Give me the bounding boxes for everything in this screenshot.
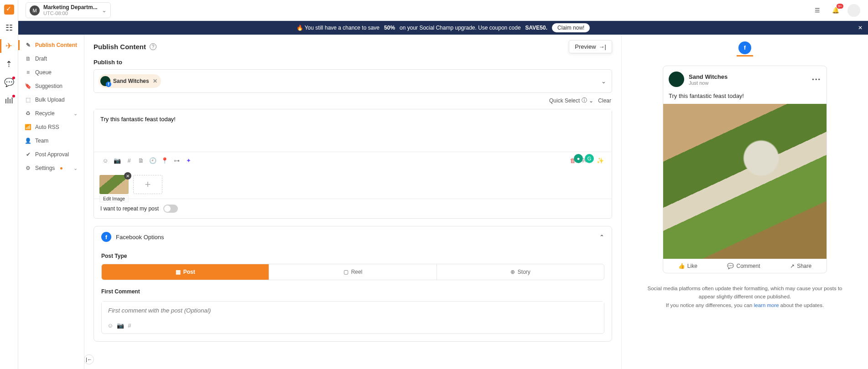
notif-badge: 9+ xyxy=(837,4,843,9)
first-comment-label: First Comment xyxy=(101,288,604,295)
sidenav-suggestion[interactable]: 🔖Suggestion xyxy=(18,79,84,93)
composer: ☺ 📷 # 🗎 🕘 📍 ⊶ ✦ 🗑 9969 ✨ xyxy=(94,109,612,219)
gear-icon: ⚙ xyxy=(25,165,31,171)
collapse-handle[interactable]: |← xyxy=(84,354,94,364)
sidenav-draft[interactable]: 🗎Draft xyxy=(18,52,84,66)
camera-icon[interactable]: 📷 xyxy=(117,322,124,329)
sidenav-queue[interactable]: ≡Queue xyxy=(18,66,84,79)
post-type-reel[interactable]: ▢Reel xyxy=(269,264,437,280)
fb-options-header[interactable]: f Facebook Options ⌃ xyxy=(94,226,612,247)
team-icon: 👤 xyxy=(25,138,31,144)
attached-image[interactable]: ✕ Edit Image xyxy=(99,175,129,194)
document-icon[interactable]: 🗎 xyxy=(135,155,147,166)
sidenav-publish-content[interactable]: ✎Publish Content xyxy=(18,38,84,52)
sidenav-auto-rss[interactable]: 📶Auto RSS xyxy=(18,120,84,134)
emoji-icon[interactable]: ☺ xyxy=(107,322,113,329)
analytics-icon[interactable]: ⇡ xyxy=(4,59,14,69)
icon-rail: ☷ ✈ ⇡ 💬 ılıl xyxy=(0,0,18,369)
remove-image-icon[interactable]: ✕ xyxy=(124,172,131,179)
repeat-post-label: I want to repeat my post xyxy=(100,205,159,212)
edit-image-button[interactable]: Edit Image xyxy=(99,195,129,202)
grammar-assist: ● G xyxy=(574,154,594,163)
post-type-label: Post Type xyxy=(101,253,604,259)
destination-chip[interactable]: Sand Witches ✕ xyxy=(99,74,161,88)
share-button[interactable]: ↗Share xyxy=(790,263,811,269)
post-body: Try this fantastic feast today! xyxy=(663,92,826,104)
ai-icon[interactable]: ✦ xyxy=(182,155,194,166)
close-icon[interactable]: ✕ xyxy=(858,25,863,31)
clear-button[interactable]: Clear xyxy=(598,97,611,104)
arrow-right-icon: →| xyxy=(599,43,606,50)
clock-icon[interactable]: 🕘 xyxy=(147,155,159,166)
page-name: Sand Witches xyxy=(689,73,728,80)
facebook-icon: f xyxy=(738,41,751,54)
facebook-icon: f xyxy=(101,232,111,242)
tab-facebook[interactable]: f xyxy=(737,40,753,56)
user-avatar[interactable] xyxy=(847,4,861,17)
chevron-up-icon: ⌃ xyxy=(599,234,604,241)
publish-icon[interactable]: ✈ xyxy=(4,41,14,51)
bell-icon[interactable]: 🔔9+ xyxy=(829,4,842,17)
page-avatar xyxy=(100,76,110,86)
emoji-icon[interactable]: ☺ xyxy=(99,155,111,166)
remove-chip-icon[interactable]: ✕ xyxy=(153,78,157,84)
sidenav-recycle[interactable]: ♻Recycle⌄ xyxy=(18,107,84,120)
comment-icon: 💬 xyxy=(727,263,734,269)
publish-to-selector[interactable]: Sand Witches ✕ ⌄ xyxy=(94,69,612,93)
listening-icon[interactable]: ılıl xyxy=(4,96,14,106)
like-button[interactable]: 👍Like xyxy=(678,263,697,269)
notes-icon[interactable]: ☰ xyxy=(811,4,824,17)
calendar-icon[interactable]: ☷ xyxy=(4,23,14,33)
more-icon[interactable]: ••• xyxy=(812,76,821,83)
page-title: Publish Content xyxy=(94,43,146,51)
dot-icon xyxy=(60,167,62,169)
workspace-switcher[interactable]: M Marketing Departm... UTC-08:00 ⌄ xyxy=(26,2,111,18)
sidenav-post-approval[interactable]: ✔Post Approval xyxy=(18,148,84,161)
thumb-icon: 👍 xyxy=(678,263,685,269)
recycle-icon: ♻ xyxy=(25,110,31,117)
comment-button[interactable]: 💬Comment xyxy=(727,263,760,269)
draft-icon: 🗎 xyxy=(25,56,31,62)
page-avatar xyxy=(669,72,684,87)
editor-pane: Publish Content ? Preview→| Publish to S… xyxy=(84,35,622,369)
upload-icon: ⬚ xyxy=(25,97,31,103)
add-media-button[interactable]: + xyxy=(133,175,162,194)
facebook-preview-card: Sand Witches Just now ••• Try this fanta… xyxy=(663,66,827,273)
first-comment-input[interactable] xyxy=(102,302,604,319)
preview-toggle-button[interactable]: Preview→| xyxy=(569,40,612,53)
chevron-down-icon: ⌄ xyxy=(589,97,593,104)
sidenav-settings[interactable]: ⚙Settings⌄ xyxy=(18,161,84,175)
sidenav-team[interactable]: 👤Team xyxy=(18,134,84,148)
claim-button[interactable]: Claim now! xyxy=(552,23,590,32)
grammarly-icon[interactable]: G xyxy=(585,154,594,163)
preview-disclaimer: Social media platforms often update thei… xyxy=(640,284,850,309)
post-type-story[interactable]: ⊕Story xyxy=(437,264,604,280)
workspace-initial: M xyxy=(30,5,40,15)
post-type-post[interactable]: ▦Post xyxy=(102,264,269,280)
hashtag-icon[interactable]: # xyxy=(128,322,131,329)
promo-banner: 🔥 You still have a chance to save 50% on… xyxy=(18,21,868,35)
workspace-name: Marketing Departm... xyxy=(43,5,98,10)
chevron-down-icon: ⌄ xyxy=(102,7,107,14)
quick-select-button[interactable]: Quick Select ⓘ ⌄ xyxy=(549,97,593,104)
post-time: Just now xyxy=(689,80,728,86)
chevron-down-icon: ⌄ xyxy=(601,78,606,85)
repeat-toggle[interactable] xyxy=(163,205,178,213)
post-textarea[interactable] xyxy=(94,109,612,150)
app-logo[interactable] xyxy=(4,5,14,15)
help-icon[interactable]: ? xyxy=(150,43,156,50)
hashtag-icon[interactable]: # xyxy=(123,155,135,166)
camera-icon[interactable]: 📷 xyxy=(111,155,123,166)
assist-icon[interactable]: ● xyxy=(574,154,583,163)
sidenav-bulk-upload[interactable]: ⬚Bulk Upload xyxy=(18,93,84,107)
engage-icon[interactable]: 💬 xyxy=(4,77,14,87)
side-nav: ✎Publish Content 🗎Draft ≡Queue 🔖Suggesti… xyxy=(18,35,84,369)
topbar: M Marketing Departm... UTC-08:00 ⌄ ☰ 🔔9+ xyxy=(18,0,868,21)
help-icon: ⓘ xyxy=(582,97,587,104)
chevron-down-icon: ⌄ xyxy=(73,165,78,171)
link-icon[interactable]: ⊶ xyxy=(171,155,182,166)
chevron-down-icon: ⌄ xyxy=(73,111,78,117)
sparkle-icon[interactable]: ✨ xyxy=(594,155,606,166)
learn-more-link[interactable]: learn more xyxy=(754,302,779,308)
location-icon[interactable]: 📍 xyxy=(159,155,171,166)
